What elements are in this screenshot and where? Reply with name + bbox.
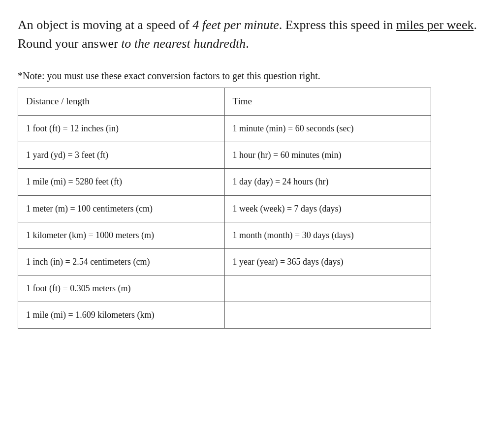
conversion-right-1: 1 hour (hr) = 60 minutes (min) <box>224 142 431 169</box>
problem-intro: An object is moving at a speed of <box>18 18 192 32</box>
header-distance: Distance / length <box>18 88 225 116</box>
target-unit: miles per week <box>396 18 473 32</box>
table-row: 1 foot (ft) = 12 inches (in)1 minute (mi… <box>18 115 431 142</box>
conversion-left-5: 1 inch (in) = 2.54 centimeters (cm) <box>18 248 225 275</box>
conversion-left-2: 1 mile (mi) = 5280 feet (ft) <box>18 169 225 195</box>
table-row: 1 kilometer (km) = 1000 meters (m)1 mont… <box>18 222 431 248</box>
table-row: 1 meter (m) = 100 centimeters (cm)1 week… <box>18 195 431 222</box>
conversion-left-0: 1 foot (ft) = 12 inches (in) <box>18 115 225 142</box>
conversion-table: Distance / length Time 1 foot (ft) = 12 … <box>18 88 431 329</box>
conversion-left-7: 1 mile (mi) = 1.609 kilometers (km) <box>18 302 225 329</box>
conversion-right-4: 1 month (month) = 30 days (days) <box>224 222 431 248</box>
rounding-instruction: to the nearest hundredth <box>121 36 246 51</box>
conversion-right-6 <box>224 275 431 302</box>
speed-value: 4 feet per minute <box>192 18 279 32</box>
table-row: 1 mile (mi) = 1.609 kilometers (km) <box>18 302 431 329</box>
conversion-right-5: 1 year (year) = 365 days (days) <box>224 248 431 275</box>
table-row: 1 yard (yd) = 3 feet (ft)1 hour (hr) = 6… <box>18 142 431 169</box>
conversion-right-7 <box>224 302 431 329</box>
problem-end: . <box>246 36 249 51</box>
conversion-right-3: 1 week (week) = 7 days (days) <box>224 195 431 222</box>
conversion-left-3: 1 meter (m) = 100 centimeters (cm) <box>18 195 225 222</box>
table-header-row: Distance / length Time <box>18 88 431 116</box>
conversion-left-4: 1 kilometer (km) = 1000 meters (m) <box>18 222 225 248</box>
header-time: Time <box>224 88 431 116</box>
conversion-left-6: 1 foot (ft) = 0.305 meters (m) <box>18 275 225 302</box>
conversion-right-0: 1 minute (min) = 60 seconds (sec) <box>224 115 431 142</box>
table-row: 1 inch (in) = 2.54 centimeters (cm)1 yea… <box>18 248 431 275</box>
table-row: 1 foot (ft) = 0.305 meters (m) <box>18 275 431 302</box>
note-text: *Note: you must use these exact conversi… <box>18 70 486 82</box>
problem-mid1: . Express this speed in <box>279 18 396 32</box>
problem-statement: An object is moving at a speed of 4 feet… <box>18 16 486 53</box>
conversion-left-1: 1 yard (yd) = 3 feet (ft) <box>18 142 225 169</box>
table-row: 1 mile (mi) = 5280 feet (ft)1 day (day) … <box>18 169 431 195</box>
conversion-right-2: 1 day (day) = 24 hours (hr) <box>224 169 431 195</box>
